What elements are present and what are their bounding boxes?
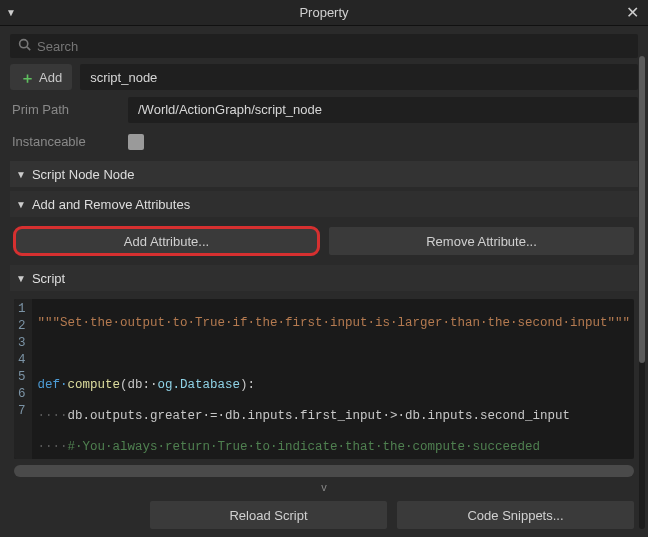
chevron-down-icon: ▼ [16,169,26,180]
horizontal-scrollbar[interactable] [14,465,634,477]
add-attribute-button[interactable]: Add Attribute... [14,227,319,255]
line-gutter: 1 2 3 4 5 6 7 [14,299,32,459]
prim-path-field[interactable]: /World/ActionGraph/script_node [128,97,638,123]
panel-title: Property [0,5,648,20]
button-label: Remove Attribute... [426,234,537,249]
code-snippets-button[interactable]: Code Snippets... [397,501,634,529]
chevron-down-icon: ▼ [16,273,26,284]
section-script[interactable]: ▼ Script [10,265,638,291]
search-field[interactable] [10,34,638,58]
chevron-down-icon: ▼ [16,199,26,210]
close-icon[interactable]: ✕ [616,3,648,22]
add-button-label: Add [39,70,62,85]
section-title: Script [32,271,65,286]
collapse-marker[interactable]: v [10,481,638,495]
instanceable-checkbox[interactable] [128,134,144,150]
section-attributes[interactable]: ▼ Add and Remove Attributes [10,191,638,217]
section-script-node[interactable]: ▼ Script Node Node [10,161,638,187]
button-label: Add Attribute... [124,234,209,249]
remove-attribute-button[interactable]: Remove Attribute... [329,227,634,255]
scrollbar-thumb[interactable] [639,56,645,363]
svg-point-0 [20,40,28,48]
script-editor[interactable]: 1 2 3 4 5 6 7 """Set·the·output·to·True·… [14,299,634,459]
node-name-field[interactable]: script_node [80,64,638,90]
section-title: Add and Remove Attributes [32,197,190,212]
instanceable-label: Instanceable [10,134,120,149]
svg-line-1 [27,47,30,50]
scrollbar-thumb[interactable] [14,465,634,477]
panel-menu-icon[interactable]: ▼ [0,7,22,18]
code-content[interactable]: """Set·the·output·to·True·if·the·first·i… [32,299,634,459]
prim-path-label: Prim Path [10,102,120,117]
vertical-scrollbar[interactable] [639,56,645,529]
button-label: Reload Script [229,508,307,523]
search-icon [18,38,31,54]
node-name-value: script_node [90,70,157,85]
prim-path-value: /World/ActionGraph/script_node [138,102,322,117]
button-label: Code Snippets... [467,508,563,523]
title-bar: ▼ Property ✕ [0,0,648,26]
search-input[interactable] [37,39,630,54]
plus-icon: ＋ [20,70,35,85]
section-title: Script Node Node [32,167,135,182]
reload-script-button[interactable]: Reload Script [150,501,387,529]
add-button[interactable]: ＋ Add [10,64,72,90]
